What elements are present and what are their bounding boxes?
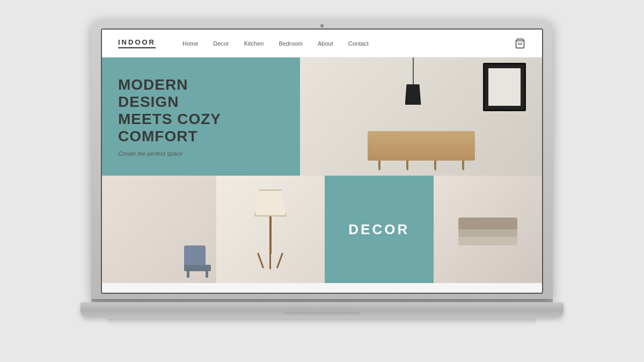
cart-icon (515, 38, 525, 49)
blanket-layer (458, 218, 517, 229)
hero-headline: MODERN DESIGN MEETS COZY COMFORT (118, 76, 284, 146)
sideboard-leg (434, 161, 436, 170)
trackpad-notch (284, 312, 360, 314)
nav-links: Home Decor Kitchen Bedroom About Contact (182, 40, 514, 47)
pendant-lamp (405, 57, 421, 105)
sideboard-leg (378, 161, 380, 170)
laptop-lid: INDOOR Home Decor Kitchen Bedroom About … (91, 20, 553, 299)
decor-label: DECOR (348, 221, 409, 238)
lamp-tripod (257, 253, 283, 269)
furniture-scene (300, 57, 542, 176)
lamp-shade (254, 190, 287, 216)
sideboard-leg (462, 161, 464, 170)
chair-illustration (184, 235, 211, 278)
hero-subtext: Create the perfect space (118, 150, 284, 157)
laptop-camera (320, 24, 324, 27)
mirror-glass (488, 68, 521, 106)
lamp-shade (405, 84, 421, 105)
hero-line4: COMFORT (118, 128, 284, 145)
nav-link-bedroom[interactable]: Bedroom (279, 40, 303, 47)
lamp-stem (269, 216, 272, 254)
navbar: INDOOR Home Decor Kitchen Bedroom About … (102, 30, 542, 57)
hero-section: MODERN DESIGN MEETS COZY COMFORT Create … (102, 57, 542, 176)
tripod-leg (269, 253, 271, 269)
hero-line2: DESIGN (118, 93, 284, 111)
chair-leg-left (187, 270, 189, 278)
mirror (483, 63, 526, 111)
laptop-screen: INDOOR Home Decor Kitchen Bedroom About … (101, 28, 543, 294)
chair-leg-right (206, 270, 208, 278)
website: INDOOR Home Decor Kitchen Bedroom About … (102, 30, 542, 293)
sideboard (368, 131, 475, 170)
laptop-wrapper: INDOOR Home Decor Kitchen Bedroom About … (91, 20, 553, 342)
nav-link-decor[interactable]: Decor (213, 40, 229, 47)
floor-lamp (254, 190, 287, 269)
site-logo[interactable]: INDOOR (118, 38, 156, 48)
nav-link-kitchen[interactable]: Kitchen (244, 40, 264, 47)
grid-cell-lamp (216, 176, 325, 283)
grid-cell-room (102, 176, 216, 283)
hero-line1: MODERN (118, 76, 284, 93)
laptop-base (80, 302, 564, 317)
blanket-illustration (458, 213, 517, 245)
tripod-leg (276, 252, 283, 268)
hero-left: MODERN DESIGN MEETS COZY COMFORT Create … (102, 57, 300, 176)
sideboard-legs (368, 161, 475, 170)
grid-cell-decor[interactable]: DECOR (325, 176, 434, 283)
laptop-reflection (107, 318, 537, 327)
nav-link-contact[interactable]: Contact (348, 40, 369, 47)
sideboard-body (368, 131, 475, 161)
cart-button[interactable] (514, 38, 526, 49)
bottom-grid: DECOR (102, 176, 542, 283)
sideboard-leg (406, 161, 408, 170)
hero-line3: MEETS COZY (118, 111, 284, 128)
hero-image (300, 57, 542, 176)
tripod-leg (257, 252, 264, 268)
grid-cell-blanket (434, 176, 543, 283)
main-content: MODERN DESIGN MEETS COZY COMFORT Create … (102, 57, 542, 293)
lamp-cord (413, 57, 414, 84)
nav-link-home[interactable]: Home (182, 40, 198, 47)
nav-link-about[interactable]: About (318, 40, 333, 47)
